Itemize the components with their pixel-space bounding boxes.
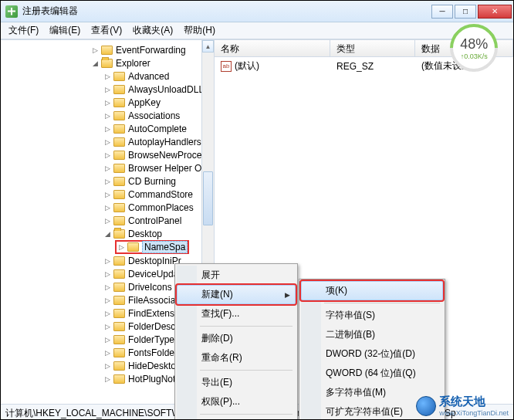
menu-separator [324,303,440,303]
expander-closed-icon[interactable]: ▷ [103,164,112,173]
expander-closed-icon[interactable]: ▷ [103,190,112,199]
ctx-copy-key-name[interactable]: 复制项名称(C) [177,417,296,420]
tree-item[interactable]: ▷BrowseNewProcess [4,148,214,161]
close-button[interactable]: ✕ [478,5,512,19]
tree-label: AutoplayHandlers [128,137,201,147]
expander-closed-icon[interactable]: ▷ [103,72,112,81]
expander-closed-icon[interactable]: ▷ [103,124,112,134]
expander-closed-icon[interactable]: ▷ [103,296,112,305]
menu-favorites[interactable]: 收藏夹(A) [128,22,178,39]
tree-label: AlwaysUnloadDLL [128,84,204,95]
col-type[interactable]: 类型 [330,40,415,56]
value-name: (默认) [235,59,259,73]
ctx-expand[interactable]: 展开 [177,266,296,285]
tree-label: Associations [128,110,180,121]
expander-closed-icon[interactable]: ▷ [103,309,112,318]
ctx-new-key[interactable]: 项(K) [301,281,443,300]
maximize-button[interactable]: □ [455,5,476,19]
folder-icon [113,229,125,239]
expander-closed-icon[interactable]: ▷ [103,361,112,371]
tree-item[interactable]: ▷ControlPanel [4,214,214,227]
tree-item[interactable]: ▷AutoComplete [4,122,214,135]
tree-item[interactable]: ◢Desktop [4,227,214,240]
menu-separator [200,326,293,327]
expander-closed-icon[interactable]: ▷ [103,322,112,331]
expander-open-icon[interactable]: ◢ [90,59,100,68]
menu-separator [200,370,293,371]
folder-icon [113,137,125,147]
expander-closed-icon[interactable]: ▷ [103,111,112,120]
tree-item[interactable]: ▷CommonPlaces [4,201,214,214]
ctx-new-dword[interactable]: DWORD (32-位)值(D) [301,344,443,364]
folder-icon [113,111,125,120]
folder-icon [113,335,125,344]
ctx-export[interactable]: 导出(E) [177,373,296,392]
expander-closed-icon[interactable]: ▷ [103,137,112,147]
expander-open-icon[interactable]: ◢ [103,229,112,239]
ctx-new[interactable]: 新建(N) ▶ [177,285,296,304]
expander-closed-icon[interactable]: ▷ [103,98,112,107]
tree-label: FolderDescri [128,321,181,332]
tree-label: AppKey [128,97,161,108]
expander-closed-icon[interactable]: ▷ [103,269,112,279]
tree-item[interactable]: ▷Associations [4,109,214,122]
col-name[interactable]: 名称 [215,40,330,56]
expander-closed-icon[interactable]: ▷ [103,374,112,384]
tree-item[interactable]: ▷AlwaysUnloadDLL [4,83,214,96]
expander-closed-icon[interactable]: ▷ [90,46,100,55]
folder-icon [113,72,125,81]
expander-closed-icon[interactable]: ▷ [117,242,126,252]
folder-icon [113,296,125,305]
ctx-new-string[interactable]: 字符串值(S) [301,306,443,325]
tree-item[interactable]: ▷AppKey [4,96,214,109]
ctx-find[interactable]: 查找(F)... [177,304,296,323]
window-title: 注册表编辑器 [22,5,78,18]
tree-label: Browser Helper Ob [128,163,207,174]
tree-item[interactable]: ▷EventForwarding [4,43,214,56]
tree-label: FontsFolder [128,347,178,358]
scroll-thumb[interactable] [203,171,213,225]
tree-item[interactable]: ◢Explorer [4,56,214,69]
expander-closed-icon[interactable]: ▷ [103,216,112,225]
menu-file[interactable]: 文件(F) [4,22,43,39]
tree-item[interactable]: ▷AutoplayHandlers [4,135,214,148]
menu-view[interactable]: 查看(V) [86,22,127,39]
tree-item[interactable]: ▷Advanced [4,69,214,83]
tree-item[interactable]: ▷Browser Helper Ob [4,161,214,174]
tree-item[interactable]: ▷CD Burning [4,174,214,188]
ctx-delete[interactable]: 删除(D) [177,329,296,348]
ctx-new-qword[interactable]: QWORD (64 位)值(Q) [301,364,443,383]
expander-closed-icon[interactable]: ▷ [103,348,112,357]
minimize-button[interactable]: ─ [431,5,453,19]
ctx-permissions[interactable]: 权限(P)... [177,392,296,412]
expander-closed-icon[interactable]: ▷ [103,335,112,344]
expander-closed-icon[interactable]: ▷ [103,283,112,292]
titlebar: 注册表编辑器 ─ □ ✕ [1,1,513,22]
tree-label: NameSpa [142,241,188,253]
tree-label: Desktop [128,229,162,239]
expander-closed-icon[interactable]: ▷ [103,177,112,186]
folder-icon [113,256,125,266]
expander-closed-icon[interactable]: ▷ [103,151,112,160]
tree-label: AutoComplete [128,124,187,134]
tree-label: CommandStore [128,189,193,200]
folder-icon [113,269,125,279]
folder-icon [113,283,125,292]
tree-label: DesktopIniPr [128,256,181,266]
ctx-rename[interactable]: 重命名(R) [177,348,296,368]
scroll-up-button[interactable]: ▲ [202,40,214,52]
tree-label: BrowseNewProcess [128,150,211,161]
folder-icon [113,322,125,331]
expander-closed-icon[interactable]: ▷ [103,256,112,266]
menu-help[interactable]: 帮助(H) [179,22,220,39]
app-icon [5,5,18,18]
folder-icon [113,177,125,186]
expander-closed-icon[interactable]: ▷ [103,203,112,212]
tree-item[interactable]: ▷CommandStore [4,188,214,201]
tree-item-namespace[interactable]: ▷NameSpa [115,240,189,254]
menu-edit[interactable]: 编辑(E) [45,22,85,39]
tree-label: CD Burning [128,176,176,187]
ctx-new-binary[interactable]: 二进制值(B) [301,325,443,344]
submenu-arrow-icon: ▶ [285,291,290,299]
expander-closed-icon[interactable]: ▷ [103,85,112,94]
